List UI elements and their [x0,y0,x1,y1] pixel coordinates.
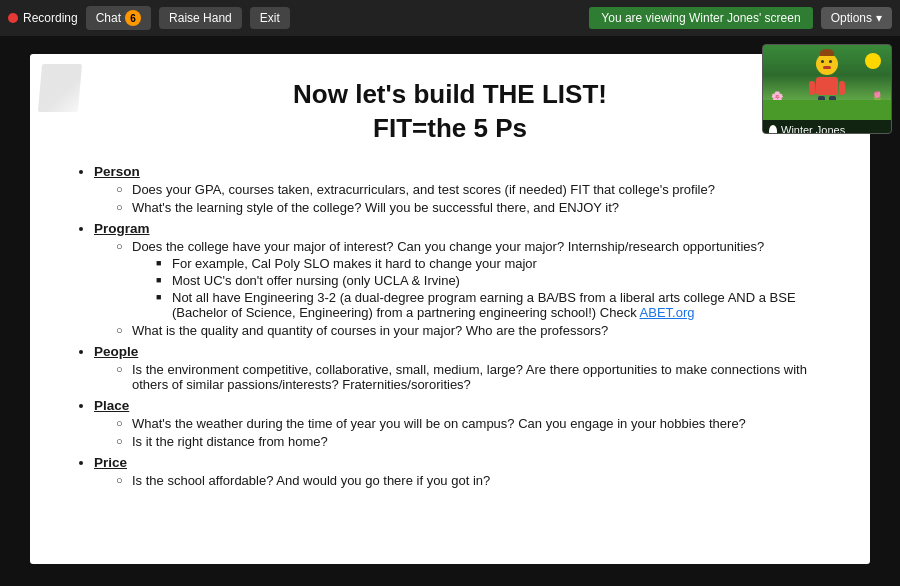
price-sub-1: Is the school affordable? And would you … [116,473,830,488]
avatar-head [816,53,838,75]
price-sub-list: Is the school affordable? And would you … [94,473,830,488]
program-subsub-1: For example, Cal Poly SLO makes it hard … [156,256,830,271]
slide-corner-decoration [38,64,82,112]
bullet-people-label: People [94,344,138,359]
bullet-program-label: Program [94,221,150,236]
bullet-price-label: Price [94,455,127,470]
bullet-place: Place What's the weather during the time… [94,398,830,449]
bullet-place-label: Place [94,398,129,413]
exit-button[interactable]: Exit [250,7,290,29]
slide-title-line1: Now let's build THE LIST! [70,78,830,112]
abet-link[interactable]: ABET.org [640,305,695,320]
people-sub-list: Is the environment competitive, collabor… [94,362,830,392]
program-sub-list: Does the college have your major of inte… [94,239,830,338]
chat-button[interactable]: Chat 6 [86,6,151,30]
options-label: Options [831,11,872,25]
chevron-down-icon: ▾ [876,11,882,25]
slide-container: Now let's build THE LIST! FIT=the 5 Ps P… [30,54,870,564]
sun-decoration [865,53,881,69]
chat-badge: 6 [125,10,141,26]
grass-decoration [763,100,891,120]
user-name: Winter Jones [781,124,845,134]
program-sub-2: What is the quality and quantity of cour… [116,323,830,338]
recording-label: Recording [23,11,78,25]
program-sub-1: Does the college have your major of inte… [116,239,830,320]
user-video-thumbnail: 🌸 🌷 Winter Jones [762,44,892,134]
main-bullet-list: Person Does your GPA, courses taken, ext… [70,164,830,488]
slide-title: Now let's build THE LIST! FIT=the 5 Ps [70,78,830,146]
person-sub-1: Does your GPA, courses taken, extracurri… [116,182,830,197]
person-sub-2: What's the learning style of the college… [116,200,830,215]
main-area: Now let's build THE LIST! FIT=the 5 Ps P… [0,36,900,586]
recording-indicator: Recording [8,11,78,25]
options-button[interactable]: Options ▾ [821,7,892,29]
program-subsub-3: Not all have Engineering 3-2 (a dual-deg… [156,290,830,320]
microphone-icon [769,125,777,134]
program-subsub-2: Most UC's don't offer nursing (only UCLA… [156,273,830,288]
chat-label: Chat [96,11,121,25]
user-name-bar: Winter Jones [763,120,891,134]
top-bar: Recording Chat 6 Raise Hand Exit You are… [0,0,900,36]
bullet-person-label: Person [94,164,140,179]
recording-dot [8,13,18,23]
user-video-image: 🌸 🌷 [763,45,891,120]
place-sub-1: What's the weather during the time of ye… [116,416,830,431]
slide-content: Now let's build THE LIST! FIT=the 5 Ps P… [30,54,870,514]
bullet-price: Price Is the school affordable? And woul… [94,455,830,488]
bullet-program: Program Does the college have your major… [94,221,830,338]
program-subsub-list: For example, Cal Poly SLO makes it hard … [132,256,830,320]
raise-hand-button[interactable]: Raise Hand [159,7,242,29]
place-sub-2: Is it the right distance from home? [116,434,830,449]
people-sub-1: Is the environment competitive, collabor… [116,362,830,392]
viewing-text: You are viewing Winter Jones' screen [601,11,800,25]
place-sub-list: What's the weather during the time of ye… [94,416,830,449]
slide-title-line2: FIT=the 5 Ps [70,112,830,146]
raise-hand-label: Raise Hand [169,11,232,25]
viewing-banner: You are viewing Winter Jones' screen [589,7,812,29]
exit-label: Exit [260,11,280,25]
bullet-person: Person Does your GPA, courses taken, ext… [94,164,830,215]
bullet-people: People Is the environment competitive, c… [94,344,830,392]
person-sub-list: Does your GPA, courses taken, extracurri… [94,182,830,215]
